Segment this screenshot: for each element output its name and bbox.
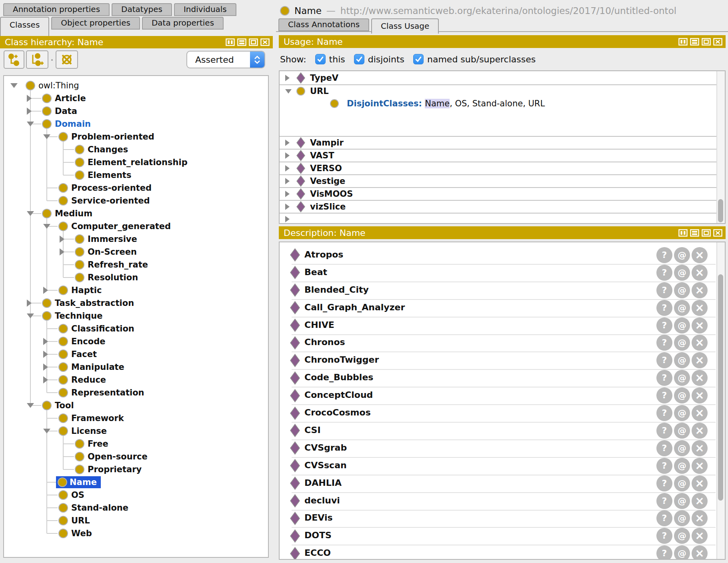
usage-row-vast[interactable]: VAST	[280, 150, 716, 162]
annotate-button[interactable]: @	[674, 440, 690, 456]
delete-button[interactable]: ×	[692, 282, 708, 298]
float-icon[interactable]	[702, 229, 711, 237]
collapse-toggle-icon[interactable]	[27, 122, 34, 126]
tree-item-classification[interactable]: Classification	[4, 322, 268, 335]
tab-object-properties[interactable]: Object properties	[51, 17, 140, 30]
tree-item-element-relationship[interactable]: Element_relationship	[4, 156, 268, 169]
description-row-cvsscan[interactable]: CVSscan?@×	[280, 457, 716, 475]
explain-button[interactable]: ?	[656, 247, 672, 263]
delete-button[interactable]: ×	[692, 440, 708, 456]
explain-button[interactable]: ?	[656, 300, 672, 316]
split-horizontal-icon[interactable]	[690, 38, 699, 46]
delete-button[interactable]: ×	[692, 335, 708, 351]
hierarchy-view-select[interactable]: Asserted	[186, 51, 265, 68]
tree-item-data[interactable]: Data	[4, 105, 268, 118]
tree-item-refresh-rate[interactable]: Refresh_rate	[4, 258, 268, 271]
usage-row-vismoos[interactable]: VisMOOS	[280, 188, 716, 200]
explain-button[interactable]: ?	[656, 475, 672, 491]
tree-item-tool[interactable]: Tool	[4, 399, 268, 412]
annotate-button[interactable]: @	[674, 493, 690, 509]
expand-toggle-icon[interactable]	[285, 75, 290, 81]
usage-row-verso[interactable]: VERSO	[280, 162, 716, 174]
tree-item-medium[interactable]: Medium	[4, 207, 268, 220]
delete-button[interactable]: ×	[692, 387, 708, 403]
description-row-call-graph-analyzer[interactable]: Call_Graph_Analyzer?@×	[280, 299, 716, 317]
tree-item-url[interactable]: URL	[4, 514, 268, 527]
usage-row-vampir[interactable]: Vampir	[280, 137, 716, 149]
tab-individuals[interactable]: Individuals	[174, 3, 236, 16]
description-row-blended-city[interactable]: Blended_City?@×	[280, 282, 716, 299]
delete-button[interactable]: ×	[692, 493, 708, 509]
expand-toggle-icon[interactable]	[43, 363, 48, 371]
expand-toggle-icon[interactable]	[27, 299, 32, 307]
tree-item-resolution[interactable]: Resolution	[4, 271, 268, 284]
expand-toggle-icon[interactable]	[43, 287, 48, 294]
annotate-button[interactable]: @	[674, 352, 690, 368]
explain-button[interactable]: ?	[656, 352, 672, 368]
expand-toggle-icon[interactable]	[27, 108, 32, 115]
tree-item-task-abstraction[interactable]: Task_abstraction	[4, 297, 268, 309]
description-row-chive[interactable]: CHIVE?@×	[280, 317, 716, 334]
delete-button[interactable]: ×	[692, 528, 708, 544]
description-row-decluvi[interactable]: decluvi?@×	[280, 492, 716, 510]
explain-button[interactable]: ?	[656, 282, 672, 298]
split-vertical-icon[interactable]	[678, 38, 688, 46]
explain-button[interactable]: ?	[656, 317, 672, 333]
annotate-button[interactable]: @	[674, 300, 690, 316]
explain-button[interactable]: ?	[656, 545, 672, 559]
add-subclass-button[interactable]	[4, 50, 24, 69]
checkbox-named-sub-superclasses[interactable]	[413, 54, 424, 64]
usage-row-vestige[interactable]: Vestige	[280, 175, 716, 187]
tree-item-immersive[interactable]: Immersive	[4, 233, 268, 246]
tree-item-framework[interactable]: Framework	[4, 412, 268, 425]
annotate-button[interactable]: @	[674, 387, 690, 403]
description-row-dots[interactable]: DOTS?@×	[280, 527, 716, 545]
tree-item-owl-thing[interactable]: owl:Thing	[4, 79, 268, 92]
delete-button[interactable]: ×	[692, 475, 708, 491]
expand-toggle-icon[interactable]	[285, 165, 290, 172]
expand-toggle-icon[interactable]	[285, 191, 290, 197]
description-row-devis[interactable]: DEVis?@×	[280, 510, 716, 527]
annotate-button[interactable]: @	[674, 510, 690, 526]
delete-button[interactable]: ×	[692, 458, 708, 474]
tree-item-proprietary[interactable]: Proprietary	[4, 463, 268, 476]
tab-data-properties[interactable]: Data properties	[142, 17, 224, 30]
tree-item-stand-alone[interactable]: Stand-alone	[4, 501, 268, 514]
collapse-toggle-icon[interactable]	[27, 313, 34, 318]
tree-item-web[interactable]: Web	[4, 527, 268, 540]
delete-button[interactable]: ×	[692, 545, 708, 559]
expand-toggle-icon[interactable]	[60, 248, 64, 256]
add-sibling-class-button[interactable]	[26, 50, 48, 69]
tree-item-haptic[interactable]: Haptic	[4, 284, 268, 297]
split-horizontal-icon[interactable]	[690, 229, 699, 237]
expand-toggle-icon[interactable]	[285, 178, 290, 184]
explain-button[interactable]: ?	[656, 510, 672, 526]
delete-button[interactable]: ×	[692, 352, 708, 368]
expand-toggle-icon[interactable]	[43, 351, 48, 358]
tree-item-service-oriented[interactable]: Service-oriented	[4, 194, 268, 207]
tree-item-on-screen[interactable]: On-Screen	[4, 246, 268, 258]
tree-item-problem-oriented[interactable]: Problem-oriented	[4, 130, 268, 143]
explain-button[interactable]: ?	[656, 423, 672, 439]
description-scrollbar-thumb[interactable]	[718, 274, 723, 501]
annotate-button[interactable]: @	[674, 528, 690, 544]
annotate-button[interactable]: @	[674, 282, 690, 298]
tree-item-computer-generated[interactable]: Computer_generated	[4, 220, 268, 233]
description-row-crococosmos[interactable]: CrocoCosmos?@×	[280, 404, 716, 422]
tree-item-article[interactable]: Article	[4, 92, 268, 105]
close-icon[interactable]	[260, 38, 270, 46]
expand-toggle-icon[interactable]	[285, 152, 290, 159]
tree-item-license[interactable]: License	[4, 425, 268, 437]
description-row-code-bubbles[interactable]: Code_Bubbles?@×	[280, 369, 716, 387]
annotate-button[interactable]: @	[674, 423, 690, 439]
delete-button[interactable]: ×	[692, 423, 708, 439]
delete-class-button[interactable]	[56, 50, 78, 69]
explain-button[interactable]: ?	[656, 528, 672, 544]
checkbox-disjoints[interactable]	[354, 54, 364, 64]
collapse-toggle-icon[interactable]	[43, 224, 50, 229]
explain-button[interactable]: ?	[656, 387, 672, 403]
delete-button[interactable]: ×	[692, 405, 708, 421]
collapse-toggle-icon[interactable]	[43, 429, 50, 433]
description-row-conceptcloud[interactable]: ConceptCloud?@×	[280, 387, 716, 404]
annotate-button[interactable]: @	[674, 405, 690, 421]
